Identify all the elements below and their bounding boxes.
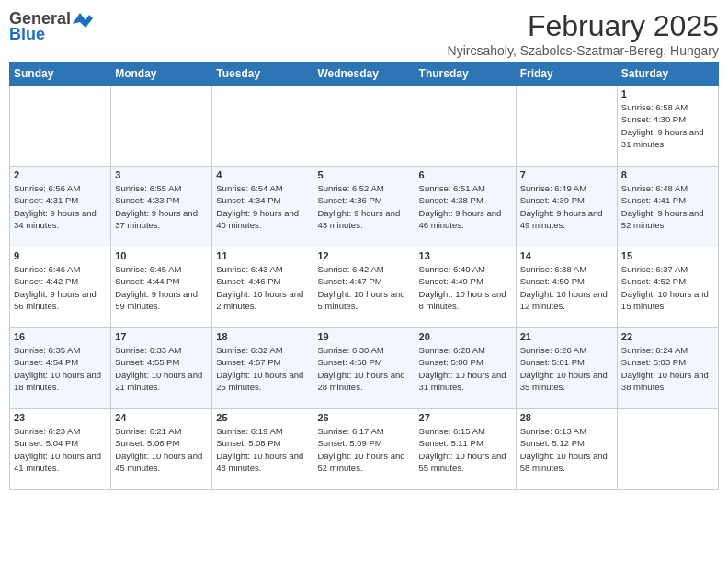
day-number: 23 bbox=[14, 412, 107, 423]
calendar-day-cell bbox=[617, 409, 718, 490]
day-number: 27 bbox=[419, 412, 512, 423]
day-sun-info: Sunrise: 6:24 AM Sunset: 5:03 PM Dayligh… bbox=[621, 344, 714, 393]
day-sun-info: Sunrise: 6:17 AM Sunset: 5:09 PM Dayligh… bbox=[317, 425, 410, 474]
day-sun-info: Sunrise: 6:30 AM Sunset: 4:58 PM Dayligh… bbox=[317, 344, 410, 393]
calendar-day-cell: 22Sunrise: 6:24 AM Sunset: 5:03 PM Dayli… bbox=[617, 328, 718, 409]
calendar-day-cell: 3Sunrise: 6:55 AM Sunset: 4:33 PM Daylig… bbox=[111, 167, 212, 247]
calendar-day-cell bbox=[111, 86, 212, 167]
calendar-week-row: 16Sunrise: 6:35 AM Sunset: 4:54 PM Dayli… bbox=[10, 328, 719, 409]
day-number: 15 bbox=[621, 250, 714, 261]
calendar-day-cell: 12Sunrise: 6:42 AM Sunset: 4:47 PM Dayli… bbox=[313, 247, 415, 328]
day-sun-info: Sunrise: 6:33 AM Sunset: 4:55 PM Dayligh… bbox=[115, 344, 208, 393]
calendar-location: Nyircsaholy, Szabolcs-Szatmar-Bereg, Hun… bbox=[448, 43, 719, 58]
calendar-day-cell: 17Sunrise: 6:33 AM Sunset: 4:55 PM Dayli… bbox=[111, 328, 212, 409]
day-sun-info: Sunrise: 6:52 AM Sunset: 4:36 PM Dayligh… bbox=[317, 182, 410, 231]
calendar-day-cell bbox=[415, 86, 516, 167]
day-sun-info: Sunrise: 6:56 AM Sunset: 4:31 PM Dayligh… bbox=[14, 182, 107, 231]
calendar-day-cell: 25Sunrise: 6:19 AM Sunset: 5:08 PM Dayli… bbox=[212, 409, 313, 490]
day-sun-info: Sunrise: 6:37 AM Sunset: 4:52 PM Dayligh… bbox=[621, 263, 714, 312]
day-number: 25 bbox=[216, 412, 309, 423]
calendar-day-cell: 10Sunrise: 6:45 AM Sunset: 4:44 PM Dayli… bbox=[111, 247, 212, 328]
calendar-day-cell: 26Sunrise: 6:17 AM Sunset: 5:09 PM Dayli… bbox=[313, 409, 415, 490]
day-number: 7 bbox=[520, 169, 613, 180]
day-number: 18 bbox=[216, 331, 309, 342]
weekday-header-friday: Friday bbox=[516, 63, 617, 86]
calendar-day-cell: 6Sunrise: 6:51 AM Sunset: 4:38 PM Daylig… bbox=[415, 167, 516, 247]
calendar-day-cell: 24Sunrise: 6:21 AM Sunset: 5:06 PM Dayli… bbox=[111, 409, 212, 490]
day-sun-info: Sunrise: 6:49 AM Sunset: 4:39 PM Dayligh… bbox=[520, 182, 613, 231]
calendar-week-row: 9Sunrise: 6:46 AM Sunset: 4:42 PM Daylig… bbox=[10, 247, 719, 328]
day-sun-info: Sunrise: 6:28 AM Sunset: 5:00 PM Dayligh… bbox=[419, 344, 512, 393]
day-number: 24 bbox=[115, 412, 208, 423]
weekday-header-saturday: Saturday bbox=[617, 63, 718, 86]
day-number: 9 bbox=[14, 250, 107, 261]
calendar-week-row: 1Sunrise: 6:58 AM Sunset: 4:30 PM Daylig… bbox=[10, 86, 719, 167]
calendar-month-year: February 2025 bbox=[448, 9, 719, 43]
calendar-day-cell bbox=[313, 86, 415, 167]
calendar-day-cell bbox=[212, 86, 313, 167]
calendar-day-cell bbox=[10, 86, 111, 167]
logo-blue-text: Blue bbox=[9, 25, 45, 44]
day-number: 11 bbox=[216, 250, 309, 261]
day-number: 17 bbox=[115, 331, 208, 342]
day-number: 2 bbox=[14, 169, 107, 180]
weekday-header-sunday: Sunday bbox=[10, 63, 111, 86]
day-sun-info: Sunrise: 6:43 AM Sunset: 4:46 PM Dayligh… bbox=[216, 263, 309, 312]
day-number: 16 bbox=[14, 331, 107, 342]
day-number: 12 bbox=[317, 250, 410, 261]
day-number: 22 bbox=[621, 331, 714, 342]
calendar-day-cell: 28Sunrise: 6:13 AM Sunset: 5:12 PM Dayli… bbox=[516, 409, 617, 490]
day-number: 5 bbox=[317, 169, 410, 180]
calendar-day-cell: 23Sunrise: 6:23 AM Sunset: 5:04 PM Dayli… bbox=[10, 409, 111, 490]
calendar-day-cell: 14Sunrise: 6:38 AM Sunset: 4:50 PM Dayli… bbox=[516, 247, 617, 328]
calendar-day-cell: 5Sunrise: 6:52 AM Sunset: 4:36 PM Daylig… bbox=[313, 167, 415, 247]
calendar-day-cell: 7Sunrise: 6:49 AM Sunset: 4:39 PM Daylig… bbox=[516, 167, 617, 247]
calendar-day-cell: 4Sunrise: 6:54 AM Sunset: 4:34 PM Daylig… bbox=[212, 167, 313, 247]
day-sun-info: Sunrise: 6:13 AM Sunset: 5:12 PM Dayligh… bbox=[520, 425, 613, 474]
logo-bird-icon bbox=[73, 11, 93, 28]
calendar-week-row: 2Sunrise: 6:56 AM Sunset: 4:31 PM Daylig… bbox=[10, 167, 719, 247]
weekday-header-row: SundayMondayTuesdayWednesdayThursdayFrid… bbox=[10, 63, 719, 86]
calendar-day-cell: 15Sunrise: 6:37 AM Sunset: 4:52 PM Dayli… bbox=[617, 247, 718, 328]
calendar-day-cell: 16Sunrise: 6:35 AM Sunset: 4:54 PM Dayli… bbox=[10, 328, 111, 409]
weekday-header-tuesday: Tuesday bbox=[212, 63, 313, 86]
day-number: 6 bbox=[419, 169, 512, 180]
day-sun-info: Sunrise: 6:26 AM Sunset: 5:01 PM Dayligh… bbox=[520, 344, 613, 393]
calendar-day-cell: 18Sunrise: 6:32 AM Sunset: 4:57 PM Dayli… bbox=[212, 328, 313, 409]
calendar-day-cell bbox=[516, 86, 617, 167]
day-number: 8 bbox=[621, 169, 714, 180]
day-sun-info: Sunrise: 6:21 AM Sunset: 5:06 PM Dayligh… bbox=[115, 425, 208, 474]
weekday-header-wednesday: Wednesday bbox=[313, 63, 415, 86]
day-sun-info: Sunrise: 6:15 AM Sunset: 5:11 PM Dayligh… bbox=[419, 425, 512, 474]
day-sun-info: Sunrise: 6:32 AM Sunset: 4:57 PM Dayligh… bbox=[216, 344, 309, 393]
svg-marker-0 bbox=[73, 13, 93, 28]
day-number: 4 bbox=[216, 169, 309, 180]
calendar-day-cell: 20Sunrise: 6:28 AM Sunset: 5:00 PM Dayli… bbox=[415, 328, 516, 409]
calendar-title-block: February 2025 Nyircsaholy, Szabolcs-Szat… bbox=[448, 9, 719, 58]
weekday-header-thursday: Thursday bbox=[415, 63, 516, 86]
calendar-day-cell: 9Sunrise: 6:46 AM Sunset: 4:42 PM Daylig… bbox=[10, 247, 111, 328]
page-header: General Blue February 2025 Nyircsaholy, … bbox=[9, 9, 719, 58]
day-sun-info: Sunrise: 6:19 AM Sunset: 5:08 PM Dayligh… bbox=[216, 425, 309, 474]
day-number: 20 bbox=[419, 331, 512, 342]
calendar-day-cell: 11Sunrise: 6:43 AM Sunset: 4:46 PM Dayli… bbox=[212, 247, 313, 328]
day-sun-info: Sunrise: 6:51 AM Sunset: 4:38 PM Dayligh… bbox=[419, 182, 512, 231]
day-number: 26 bbox=[317, 412, 410, 423]
day-sun-info: Sunrise: 6:48 AM Sunset: 4:41 PM Dayligh… bbox=[621, 182, 714, 231]
day-number: 14 bbox=[520, 250, 613, 261]
day-sun-info: Sunrise: 6:42 AM Sunset: 4:47 PM Dayligh… bbox=[317, 263, 410, 312]
day-sun-info: Sunrise: 6:38 AM Sunset: 4:50 PM Dayligh… bbox=[520, 263, 613, 312]
calendar-day-cell: 13Sunrise: 6:40 AM Sunset: 4:49 PM Dayli… bbox=[415, 247, 516, 328]
day-sun-info: Sunrise: 6:45 AM Sunset: 4:44 PM Dayligh… bbox=[115, 263, 208, 312]
calendar-week-row: 23Sunrise: 6:23 AM Sunset: 5:04 PM Dayli… bbox=[10, 409, 719, 490]
day-number: 28 bbox=[520, 412, 613, 423]
day-sun-info: Sunrise: 6:40 AM Sunset: 4:49 PM Dayligh… bbox=[419, 263, 512, 312]
calendar-table: SundayMondayTuesdayWednesdayThursdayFrid… bbox=[9, 62, 719, 490]
day-number: 10 bbox=[115, 250, 208, 261]
day-sun-info: Sunrise: 6:46 AM Sunset: 4:42 PM Dayligh… bbox=[14, 263, 107, 312]
day-sun-info: Sunrise: 6:23 AM Sunset: 5:04 PM Dayligh… bbox=[14, 425, 107, 474]
day-sun-info: Sunrise: 6:58 AM Sunset: 4:30 PM Dayligh… bbox=[621, 101, 714, 150]
calendar-day-cell: 21Sunrise: 6:26 AM Sunset: 5:01 PM Dayli… bbox=[516, 328, 617, 409]
weekday-header-monday: Monday bbox=[111, 63, 212, 86]
day-sun-info: Sunrise: 6:35 AM Sunset: 4:54 PM Dayligh… bbox=[14, 344, 107, 393]
